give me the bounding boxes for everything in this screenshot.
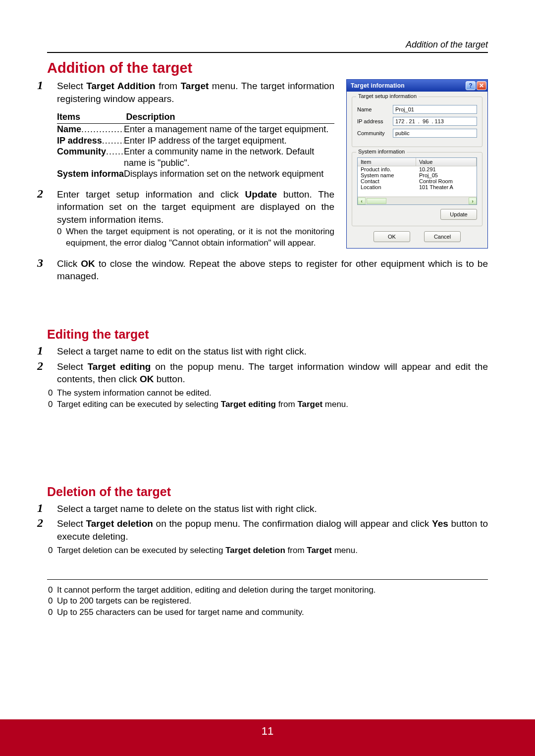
items-table-header: Items Description xyxy=(57,112,334,124)
addition-step-1: 1Select Target Addition from Target menu… xyxy=(57,79,334,105)
system-info-row: ContactControl Room xyxy=(358,178,477,184)
footnote-2: 0Up to 200 targets can be registered. xyxy=(57,596,488,607)
page-footer: 11 xyxy=(0,719,535,756)
cancel-button[interactable]: Cancel xyxy=(424,231,461,242)
editing-step-2: 2Select Target editing on the popup menu… xyxy=(57,360,488,386)
scroll-left-icon[interactable]: ‹ xyxy=(358,198,366,204)
footnote-1: 0It cannot perform the target addition, … xyxy=(57,585,488,596)
step-number-2: 2 xyxy=(47,188,57,200)
system-info-table: Item Value Product info.10.291System nam… xyxy=(357,157,477,205)
dialog-title: Target information xyxy=(351,82,465,89)
running-head: Addition of the target xyxy=(47,40,488,50)
footnote-3: 0Up to 255 characters can be used for ta… xyxy=(57,607,488,618)
target-information-dialog: Target information ? ✕ Target setup info… xyxy=(346,79,488,249)
items-table-row: IP address...............Enter IP addres… xyxy=(57,135,334,147)
page-number: 11 xyxy=(262,725,273,737)
system-information-group: System information Item Value Product in… xyxy=(352,152,482,226)
step-number-1: 1 xyxy=(47,79,57,91)
section-addition-title: Addition of the target xyxy=(47,60,488,76)
deletion-step-2: 2Select Target deletion on the popup men… xyxy=(57,517,488,543)
section-editing-title: Editing the target xyxy=(47,327,488,342)
scroll-right-icon[interactable]: › xyxy=(469,198,477,204)
editing-step-1: 1Select a target name to edit on the sta… xyxy=(57,345,488,358)
items-table-row: Community...........Enter a community na… xyxy=(57,146,334,168)
scroll-thumb[interactable] xyxy=(367,198,386,204)
deletion-note-1: 0Target deletion can be executed by sele… xyxy=(57,545,488,556)
name-input[interactable] xyxy=(393,105,477,114)
system-info-row: Location101 Theater A xyxy=(358,184,477,190)
addition-step-2: 2Enter target setup information and clic… xyxy=(57,188,334,226)
target-setup-group: Target setup information Name IP address… xyxy=(352,97,482,147)
community-label: Community xyxy=(357,130,393,136)
community-input[interactable] xyxy=(393,129,477,138)
dialog-titlebar: Target information ? ✕ xyxy=(347,80,487,92)
ok-button[interactable]: OK xyxy=(374,231,410,242)
help-icon[interactable]: ? xyxy=(466,81,476,90)
close-icon[interactable]: ✕ xyxy=(477,81,486,90)
addition-step-3: 3Click OK to close the window. Repeat th… xyxy=(57,257,488,283)
system-info-row: System nameProj_05 xyxy=(358,172,477,178)
update-button[interactable]: Update xyxy=(440,209,477,220)
editing-note-1: 0The system information cannot be edited… xyxy=(57,388,488,399)
items-table-row: Name.........................Enter a man… xyxy=(57,124,334,135)
top-rule xyxy=(47,52,488,53)
horizontal-scrollbar[interactable]: ‹ › xyxy=(358,197,477,204)
addition-step-2-note: 0When the target equipment is not operat… xyxy=(66,226,334,249)
ip-label: IP address xyxy=(357,118,393,124)
items-table-row: System information.....Displays informat… xyxy=(57,168,334,180)
col-value: Value xyxy=(416,158,477,166)
step-number-3: 3 xyxy=(47,257,57,269)
footnote-rule xyxy=(47,579,488,580)
name-label: Name xyxy=(357,106,393,112)
ip-input[interactable] xyxy=(393,117,477,126)
system-info-row: Product info.10.291 xyxy=(358,166,477,172)
col-item: Item xyxy=(358,158,416,166)
deletion-step-1: 1Select a target name to delete on the s… xyxy=(57,502,488,515)
section-deletion-title: Deletion of the target xyxy=(47,485,488,499)
editing-note-2: 0Target editing can be executed by selec… xyxy=(57,399,488,410)
